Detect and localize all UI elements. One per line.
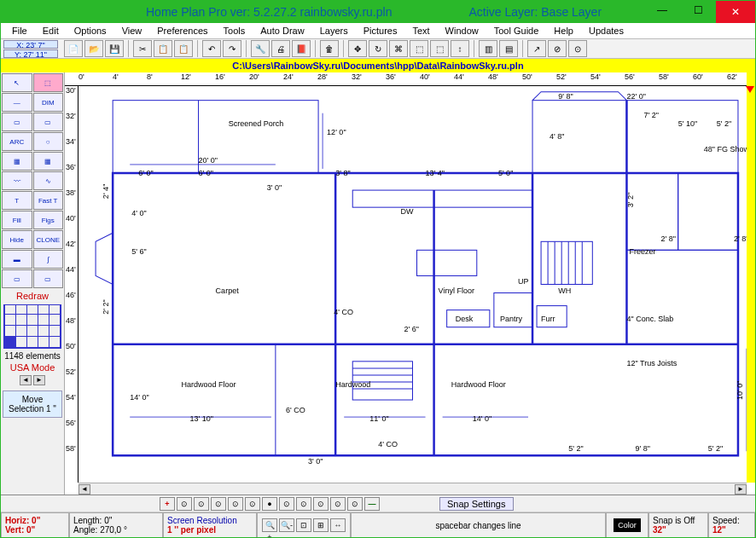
toolbar-button[interactable]: 📕: [292, 40, 311, 57]
nav-left-button[interactable]: ◄: [20, 375, 32, 385]
zoom-button[interactable]: 🔍-: [279, 518, 294, 532]
tool-button[interactable]: ▬: [2, 250, 32, 269]
toolbar-button[interactable]: ✥: [348, 40, 367, 57]
toolbar-button[interactable]: ⬚: [410, 40, 428, 57]
tool-button[interactable]: DIM: [33, 93, 64, 112]
menu-view[interactable]: View: [114, 26, 150, 36]
minimize-button[interactable]: —: [644, 1, 680, 20]
svg-text:3' 8": 3' 8": [335, 169, 350, 177]
menu-help[interactable]: Help: [546, 26, 581, 36]
snap-button[interactable]: ⊙: [347, 497, 363, 511]
menu-layers[interactable]: Layers: [312, 26, 356, 36]
snap-button[interactable]: ⊙: [296, 497, 311, 511]
menu-text[interactable]: Text: [404, 26, 437, 36]
toolbar-button[interactable]: 🔧: [251, 40, 270, 57]
zoom-button[interactable]: ⊞: [313, 518, 329, 532]
tool-button[interactable]: Fill: [2, 211, 32, 229]
snap-button[interactable]: +: [160, 497, 175, 511]
tool-button[interactable]: Figs: [33, 211, 64, 229]
menu-auto-draw[interactable]: Auto Draw: [253, 26, 311, 36]
menu-preferences[interactable]: Preferences: [149, 26, 215, 36]
snap-button[interactable]: ⊙: [245, 497, 260, 511]
tool-button[interactable]: CLONE: [33, 230, 64, 249]
redraw-button[interactable]: Redraw: [1, 289, 64, 303]
tool-button[interactable]: Fast T: [33, 191, 64, 210]
tool-button[interactable]: ⬚: [33, 73, 64, 92]
tool-button[interactable]: ▭: [33, 269, 64, 288]
toolbar-button[interactable]: ▥: [479, 40, 497, 57]
floor-plan[interactable]: Screened Porch 12' 0" 20' 0" 6' 0" 6' 0"…: [79, 86, 747, 483]
svg-text:4' 8": 4' 8": [550, 132, 564, 141]
toolbar-button[interactable]: 💾: [105, 40, 124, 57]
tool-button[interactable]: ARC: [2, 132, 32, 151]
snap-button[interactable]: ⊙: [194, 497, 209, 511]
hatch-preview[interactable]: [3, 304, 61, 349]
tool-button[interactable]: Hide: [2, 230, 32, 249]
svg-text:6' 0": 6' 0": [199, 169, 213, 177]
menu-file[interactable]: File: [4, 26, 35, 36]
tool-button[interactable]: ▦: [2, 152, 32, 171]
toolbar-button[interactable]: ↶: [202, 40, 221, 57]
tool-button[interactable]: ∫: [33, 250, 64, 269]
menu-window[interactable]: Window: [438, 26, 486, 36]
snap-button[interactable]: ⊙: [330, 497, 346, 511]
toolbar-button[interactable]: 📋: [154, 40, 172, 57]
tool-button[interactable]: ▭: [2, 113, 32, 131]
zoom-button[interactable]: ↔: [330, 518, 346, 532]
tool-button[interactable]: —: [2, 93, 32, 112]
toolbar-button[interactable]: 📄: [64, 40, 83, 57]
color-indicator[interactable]: Color: [606, 512, 648, 538]
snap-button[interactable]: ●: [262, 497, 277, 511]
menu-edit[interactable]: Edit: [35, 26, 67, 36]
toolbar-button[interactable]: 📂: [84, 40, 103, 57]
zoom-button[interactable]: ⊡: [296, 518, 311, 532]
toolbar-button[interactable]: ⌘: [389, 40, 408, 57]
toolbar-button[interactable]: ⊙: [568, 40, 587, 57]
toolbar-button[interactable]: ↷: [223, 40, 241, 57]
horizontal-scrollbar[interactable]: ◄ ►: [79, 483, 747, 495]
close-button[interactable]: ✕: [716, 1, 755, 23]
menu-tool-guide[interactable]: Tool Guide: [486, 26, 547, 36]
snap-button[interactable]: ⊙: [211, 497, 226, 511]
snap-button[interactable]: ⊙: [279, 497, 294, 511]
snap-button[interactable]: —: [364, 497, 380, 511]
toolbar-button[interactable]: ⊘: [548, 40, 567, 57]
drawing-canvas[interactable]: 0'4'8'12'16'20'24'28'32'36'40'44'48'50'5…: [65, 72, 755, 495]
menu-updates[interactable]: Updates: [581, 26, 631, 36]
tool-button[interactable]: ↖: [2, 73, 32, 92]
toolbar-button[interactable]: 🗑: [320, 40, 339, 57]
tool-button[interactable]: ▦: [33, 152, 64, 171]
snap-button[interactable]: ⊙: [228, 497, 243, 511]
menu-options[interactable]: Options: [67, 26, 114, 36]
zoom-button[interactable]: 🔍+: [262, 518, 277, 532]
tool-button[interactable]: ∿: [33, 171, 64, 190]
tool-button[interactable]: ▭: [33, 113, 64, 131]
nav-right-button[interactable]: ►: [33, 375, 45, 385]
active-layer-label: Active Layer: Base Layer: [468, 5, 602, 19]
toolbar-button[interactable]: 📋: [174, 40, 193, 57]
menu-pictures[interactable]: Pictures: [356, 26, 405, 36]
tool-button[interactable]: 〰: [2, 171, 32, 190]
scroll-left-button[interactable]: ◄: [79, 484, 90, 495]
svg-text:7' 2": 7' 2": [644, 111, 659, 119]
toolbar-button[interactable]: ⬚: [430, 40, 449, 57]
tool-button[interactable]: ○: [33, 132, 64, 151]
svg-text:Hardwood Floor: Hardwood Floor: [181, 380, 236, 389]
toolbar-button[interactable]: ↗: [527, 40, 546, 57]
tool-button[interactable]: ▭: [2, 269, 32, 288]
tool-button[interactable]: T: [2, 191, 32, 210]
menu-tools[interactable]: Tools: [216, 26, 253, 36]
snap-settings-button[interactable]: Snap Settings: [439, 497, 514, 511]
scroll-right-button[interactable]: ►: [735, 484, 747, 495]
move-selection-panel[interactable]: Move Selection 1 ": [3, 390, 62, 418]
maximize-button[interactable]: ☐: [680, 1, 716, 20]
svg-text:20' 0": 20' 0": [199, 156, 218, 165]
toolbar-button[interactable]: ↕: [451, 40, 469, 57]
toolbar-button[interactable]: 🖨: [271, 40, 290, 57]
toolbar-button[interactable]: ▤: [499, 40, 518, 57]
toolbar-button[interactable]: ↻: [369, 40, 387, 57]
snap-button[interactable]: ⊙: [313, 497, 329, 511]
svg-text:14' 0": 14' 0": [473, 414, 491, 423]
snap-button[interactable]: ⊙: [177, 497, 192, 511]
toolbar-button[interactable]: ✂: [133, 40, 152, 57]
